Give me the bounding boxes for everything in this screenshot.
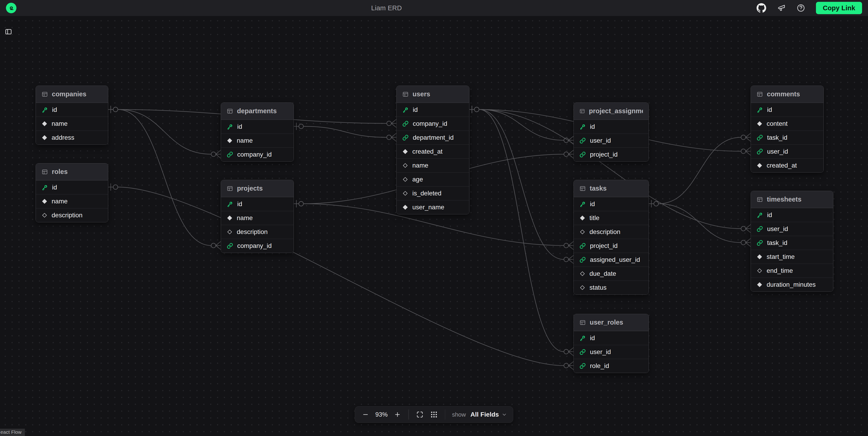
table-icon [580,108,585,114]
github-button[interactable] [756,3,766,13]
erd-canvas[interactable] [0,16,868,436]
column-row-created_at: created_at [751,158,824,173]
column-row-task_id: task_id [751,236,833,250]
diamond-filled-icon [41,135,48,141]
table-node-comments[interactable]: commentsidcontenttask_iduser_idcreated_a… [751,86,824,173]
column-row-task_id: task_id [751,131,824,145]
column-name: age [412,176,423,183]
column-name: user_id [767,148,788,155]
table-icon [41,169,48,175]
table-icon [580,319,586,326]
column-name: project_id [590,151,618,158]
key-icon [580,335,586,341]
column-row-status: status [574,281,649,294]
table-header[interactable]: departments [221,103,293,120]
column-name: duration_minutes [767,281,816,288]
table-header[interactable]: companies [36,86,108,103]
column-row-id: id [221,120,293,133]
table-icon [580,185,586,192]
column-row-name: name [36,117,108,131]
column-row-id: id [574,197,649,211]
column-row-project_id: project_id [574,148,649,161]
table-node-project_assignments[interactable]: project_assignme...iduser_idproject_id [574,102,649,162]
table-icon [402,91,409,97]
column-name: name [412,162,428,169]
column-name: project_id [590,242,618,249]
column-row-age: age [397,173,469,186]
diamond-filled-icon [580,215,585,221]
grid-dots-icon [430,411,438,418]
fit-view-button[interactable] [413,408,426,421]
table-node-projects[interactable]: projectsidnamedescriptioncompany_id [221,180,294,253]
key-icon [402,106,409,113]
column-name: description [589,228,620,236]
table-node-roles[interactable]: rolesidnamedescription [36,163,108,222]
table-node-users[interactable]: usersidcompany_iddepartment_idcreated_at… [396,86,469,214]
diamond-outline-icon [402,190,408,196]
copy-link-button[interactable]: Copy Link [816,2,862,14]
column-row-created_at: created_at [397,145,469,158]
link-icon [756,240,763,246]
column-row-start_time: start_time [751,250,833,263]
column-row-user_id: user_id [574,345,649,359]
table-header[interactable]: user_roles [574,314,649,331]
column-name: id [237,200,242,208]
table-header[interactable]: comments [751,86,824,103]
column-row-id: id [574,331,649,345]
table-header[interactable]: projects [221,180,293,197]
table-header[interactable]: roles [36,163,108,180]
link-icon [580,137,586,144]
link-icon [580,349,586,355]
announcements-button[interactable] [777,3,786,12]
table-header[interactable]: project_assignme... [574,103,649,120]
show-fields-dropdown[interactable]: All Fields [469,411,509,418]
column-name: id [590,335,595,342]
key-icon [41,184,48,191]
reactflow-attribution[interactable]: eact Flow [0,429,25,436]
table-node-timesheets[interactable]: timesheetsiduser_idtask_idstart_timeend_… [751,191,833,292]
toolbar-divider [408,409,409,419]
table-header[interactable]: users [397,86,469,103]
column-row-id: id [751,103,824,117]
table-header[interactable]: timesheets [751,191,833,208]
liam-logo[interactable] [6,3,17,13]
table-name: projects [237,185,263,192]
diamond-filled-icon [756,282,763,288]
diamond-filled-icon [402,149,408,155]
help-button[interactable] [796,3,805,12]
diamond-outline-icon [402,162,408,168]
key-icon [756,106,763,113]
column-name: id [52,106,57,114]
column-name: created_at [412,148,442,155]
diamond-outline-icon [580,271,585,277]
column-row-user_id: user_id [751,145,824,158]
column-name: task_id [767,134,787,141]
column-name: name [52,198,68,205]
column-row-description: description [221,225,293,239]
table-name: user_roles [590,319,623,326]
table-icon [756,91,763,97]
column-row-due_date: due_date [574,267,649,281]
key-icon [41,106,48,113]
table-header[interactable]: tasks [574,180,649,197]
column-name: id [237,123,242,130]
column-row-address: address [36,131,108,145]
column-row-id: id [751,208,833,222]
zoom-in-button[interactable] [391,408,404,421]
column-name: name [52,120,68,127]
sidebar-toggle-button[interactable] [3,27,14,37]
table-node-companies[interactable]: companiesidnameaddress [36,86,108,145]
column-name: assigned_user_id [590,256,640,263]
tidy-up-button[interactable] [427,408,440,421]
column-name: is_deleted [412,190,441,197]
table-node-departments[interactable]: departmentsidnamecompany_id [221,102,294,162]
table-name: timesheets [767,196,802,203]
zoom-out-button[interactable] [359,408,372,421]
column-name: id [52,184,57,191]
table-node-user_roles[interactable]: user_rolesiduser_idrole_id [574,314,649,373]
zoom-level: 93% [373,411,390,418]
link-icon [756,134,763,141]
column-row-user_id: user_id [574,133,649,148]
table-name: tasks [590,185,607,192]
table-node-tasks[interactable]: tasksidtitledescriptionproject_idassigne… [574,180,649,295]
